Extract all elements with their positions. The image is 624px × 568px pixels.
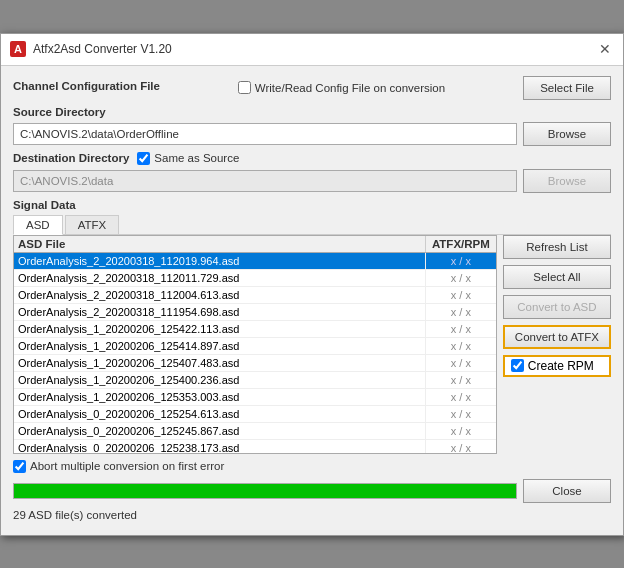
create-rpm-checkbox[interactable] [511, 359, 524, 372]
source-dir-row: Browse [13, 122, 611, 146]
cell-file: OrderAnalysis_1_20200206_125353.003.asd [14, 389, 426, 405]
col-atfx-header: ATFX/RPM [426, 236, 496, 252]
cell-file: OrderAnalysis_1_20200206_125414.897.asd [14, 338, 426, 354]
abort-checkbox[interactable] [13, 460, 26, 473]
table-row[interactable]: OrderAnalysis_0_20200206_125238.173.asd … [14, 440, 496, 453]
cell-atfx: x / x [426, 304, 496, 320]
source-browse-button[interactable]: Browse [523, 122, 611, 146]
cell-file: OrderAnalysis_2_20200318_112011.729.asd [14, 270, 426, 286]
dest-dir-label: Destination Directory [13, 152, 129, 164]
table-area: ASD File ATFX/RPM OrderAnalysis_2_202003… [13, 235, 611, 454]
tab-atfx[interactable]: ATFX [65, 215, 120, 234]
table-row[interactable]: OrderAnalysis_0_20200206_125254.613.asd … [14, 406, 496, 423]
table-body[interactable]: OrderAnalysis_2_20200318_112019.964.asd … [14, 253, 496, 453]
cell-atfx: x / x [426, 440, 496, 453]
status-text: 29 ASD file(s) converted [13, 509, 611, 521]
dest-browse-button[interactable]: Browse [523, 169, 611, 193]
abort-checkbox-label[interactable]: Abort multiple conversion on first error [13, 460, 224, 473]
cell-atfx: x / x [426, 338, 496, 354]
cell-atfx: x / x [426, 287, 496, 303]
channel-config-right: Write/Read Config File on conversion [238, 81, 445, 94]
progress-bar [13, 483, 517, 499]
close-icon[interactable]: ✕ [595, 42, 615, 56]
table-row[interactable]: OrderAnalysis_1_20200206_125400.236.asd … [14, 372, 496, 389]
app-icon: A [9, 40, 27, 58]
same-as-source-label[interactable]: Same as Source [137, 152, 239, 165]
table-row[interactable]: OrderAnalysis_2_20200318_112004.613.asd … [14, 287, 496, 304]
cell-file: OrderAnalysis_1_20200206_125422.113.asd [14, 321, 426, 337]
signal-tabs: ASD ATFX [13, 215, 611, 235]
abort-row: Abort multiple conversion on first error [13, 460, 611, 473]
cell-file: OrderAnalysis_0_20200206_125238.173.asd [14, 440, 426, 453]
cell-atfx: x / x [426, 372, 496, 388]
table-row[interactable]: OrderAnalysis_2_20200318_112011.729.asd … [14, 270, 496, 287]
cell-file: OrderAnalysis_2_20200318_111954.698.asd [14, 304, 426, 320]
same-as-source-checkbox[interactable] [137, 152, 150, 165]
main-window: A Atfx2Asd Converter V1.20 ✕ Channel Con… [0, 33, 624, 536]
cell-atfx: x / x [426, 389, 496, 405]
cell-file: OrderAnalysis_0_20200206_125245.867.asd [14, 423, 426, 439]
tab-asd[interactable]: ASD [13, 215, 63, 235]
table-row[interactable]: OrderAnalysis_1_20200206_125414.897.asd … [14, 338, 496, 355]
cell-atfx: x / x [426, 355, 496, 371]
cell-file: OrderAnalysis_2_20200318_112004.613.asd [14, 287, 426, 303]
channel-config-label: Channel Configuration File [13, 80, 160, 92]
cell-atfx: x / x [426, 406, 496, 422]
refresh-list-button[interactable]: Refresh List [503, 235, 611, 259]
convert-to-atfx-button[interactable]: Convert to ATFX [503, 325, 611, 349]
side-buttons: Refresh List Select All Convert to ASD C… [503, 235, 611, 454]
cell-file: OrderAnalysis_0_20200206_125254.613.asd [14, 406, 426, 422]
select-file-button[interactable]: Select File [523, 76, 611, 100]
write-read-checkbox-label[interactable]: Write/Read Config File on conversion [238, 81, 445, 94]
cell-file: OrderAnalysis_1_20200206_125407.483.asd [14, 355, 426, 371]
close-button[interactable]: Close [523, 479, 611, 503]
title-bar: A Atfx2Asd Converter V1.20 ✕ [1, 34, 623, 66]
content-area: Channel Configuration File Write/Read Co… [1, 66, 623, 535]
select-all-button[interactable]: Select All [503, 265, 611, 289]
dest-dir-input [13, 170, 517, 192]
source-dir-label: Source Directory [13, 106, 611, 118]
dest-dir-section: Destination Directory Same as Source Bro… [13, 152, 611, 193]
col-file-header: ASD File [14, 236, 426, 252]
file-table: ASD File ATFX/RPM OrderAnalysis_2_202003… [13, 235, 497, 454]
cell-atfx: x / x [426, 270, 496, 286]
write-read-checkbox[interactable] [238, 81, 251, 94]
title-bar-left: A Atfx2Asd Converter V1.20 [9, 40, 172, 58]
cell-file: OrderAnalysis_2_20200318_112019.964.asd [14, 253, 426, 269]
dest-dir-row: Browse [13, 169, 611, 193]
table-row[interactable]: OrderAnalysis_0_20200206_125245.867.asd … [14, 423, 496, 440]
progress-bar-fill [14, 484, 516, 498]
cell-atfx: x / x [426, 253, 496, 269]
table-header: ASD File ATFX/RPM [14, 236, 496, 253]
table-row[interactable]: OrderAnalysis_2_20200318_111954.698.asd … [14, 304, 496, 321]
table-row[interactable]: OrderAnalysis_1_20200206_125422.113.asd … [14, 321, 496, 338]
cell-file: OrderAnalysis_1_20200206_125400.236.asd [14, 372, 426, 388]
channel-config-row: Channel Configuration File Write/Read Co… [13, 76, 611, 100]
source-dir-input[interactable] [13, 123, 517, 145]
svg-text:A: A [14, 43, 22, 55]
table-row[interactable]: OrderAnalysis_2_20200318_112019.964.asd … [14, 253, 496, 270]
cell-atfx: x / x [426, 321, 496, 337]
table-row[interactable]: OrderAnalysis_1_20200206_125407.483.asd … [14, 355, 496, 372]
signal-data-label: Signal Data [13, 199, 611, 211]
source-dir-section: Source Directory Browse [13, 106, 611, 146]
table-row[interactable]: OrderAnalysis_1_20200206_125353.003.asd … [14, 389, 496, 406]
window-title: Atfx2Asd Converter V1.20 [33, 42, 172, 56]
create-rpm-row: Create RPM [503, 355, 611, 377]
convert-to-asd-button[interactable]: Convert to ASD [503, 295, 611, 319]
create-rpm-label: Create RPM [528, 359, 594, 373]
cell-atfx: x / x [426, 423, 496, 439]
signal-data-section: Signal Data ASD ATFX ASD File ATFX/RPM O… [13, 199, 611, 521]
